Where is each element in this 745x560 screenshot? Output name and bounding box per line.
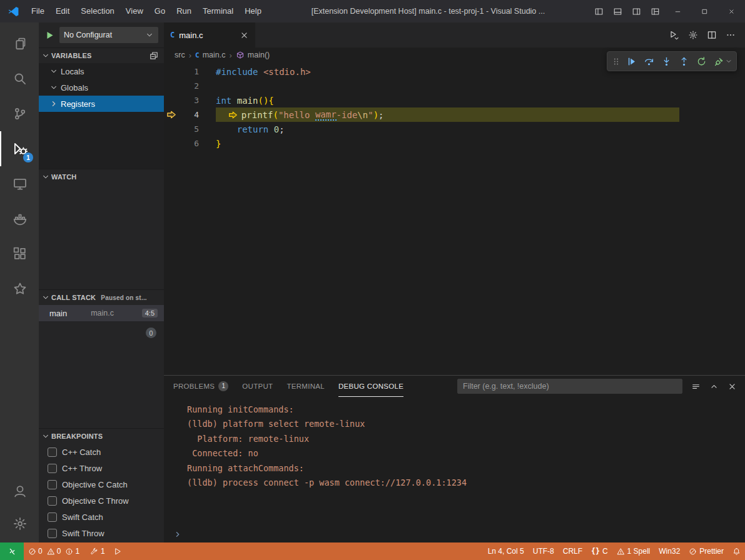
close-button[interactable] [718, 0, 745, 22]
code-text[interactable]: int main(){ [216, 93, 274, 108]
activity-explorer[interactable] [0, 26, 39, 61]
code-text[interactable]: #include <stdio.h> [216, 64, 311, 79]
customize-layout-button[interactable] [646, 1, 664, 21]
menu-selection[interactable]: Selection [75, 0, 119, 22]
toggle-sidebar-button[interactable] [589, 1, 608, 21]
disconnect-icon [714, 56, 724, 67]
breakpoint-row-c-throw[interactable]: C++ Throw [39, 460, 164, 476]
menu-go[interactable]: Go [149, 0, 171, 22]
code-text[interactable]: } [216, 136, 221, 151]
run-or-debug-button[interactable] [666, 27, 682, 43]
breakpoint-row-swift-catch[interactable]: Swift Catch [39, 509, 164, 525]
breakpoint-row-c-catch[interactable]: C++ Catch [39, 444, 164, 460]
watch-pane-header[interactable]: WATCH [39, 169, 164, 184]
toggle-panel-button[interactable] [608, 1, 627, 21]
code-text[interactable]: return 0; [216, 122, 285, 136]
breakpoint-checkbox[interactable] [48, 512, 57, 522]
call-stack-pane-header[interactable]: CALL STACK Paused on st... [39, 290, 164, 305]
chevron-down-icon [49, 67, 58, 76]
platform-status[interactable]: Win32 [654, 542, 684, 560]
maximize-button[interactable] [691, 0, 718, 22]
breakpoint-checkbox[interactable] [48, 480, 57, 489]
activity-search[interactable] [0, 61, 39, 96]
activity-settings[interactable] [0, 508, 39, 540]
panel-tab-output[interactable]: OUTPUT [242, 376, 273, 397]
breakpoint-row-objective-c-catch[interactable]: Objective C Catch [39, 476, 164, 492]
output-options-icon[interactable] [691, 382, 701, 391]
breakpoint-row-swift-throw[interactable]: Swift Throw [39, 525, 164, 541]
continue-button[interactable] [622, 52, 640, 70]
breakpoint-checkbox[interactable] [48, 529, 57, 538]
problems-status[interactable]: 0 0 1 [24, 542, 86, 560]
split-editor-button[interactable] [704, 27, 720, 43]
debug-console-input[interactable] [164, 526, 745, 542]
code-token: -ide [337, 110, 358, 120]
variables-pane-header[interactable]: VARIABLES [39, 48, 164, 63]
breakpoint-checkbox[interactable] [48, 496, 57, 506]
debug-config-dropdown[interactable]: No Configurat [59, 27, 158, 43]
variables-row-registers[interactable]: Registers [39, 96, 164, 112]
code-editor[interactable]: 1#include <stdio.h>23int main(){4 printf… [164, 62, 745, 375]
chevron-down-icon[interactable] [725, 58, 732, 65]
call-stack-list: mainmain.c4:50 [39, 305, 164, 428]
step-over-button[interactable] [640, 52, 657, 70]
gutter-breakpoint-area[interactable] [164, 109, 179, 120]
activity-docker[interactable] [0, 201, 39, 236]
activity-favorites[interactable] [0, 271, 39, 306]
variables-row-globals[interactable]: Globals [39, 79, 164, 96]
eol-status[interactable]: CRLF [559, 542, 587, 560]
activity-run-and-debug[interactable]: 1 [0, 131, 39, 166]
collapse-all-icon[interactable] [149, 51, 159, 61]
formatter-status[interactable]: Prettier [684, 542, 728, 560]
spell-checker-status[interactable]: 1 Spell [612, 542, 655, 560]
debug-launch-status[interactable] [109, 542, 126, 560]
toolchain-status[interactable]: 1 [86, 542, 109, 560]
drag-grip-icon[interactable] [612, 57, 621, 66]
toggle-secondary-sidebar-button[interactable] [627, 1, 646, 21]
breadcrumb-src[interactable]: src [175, 51, 185, 59]
breadcrumb-main-c[interactable]: Cmain.c [195, 51, 225, 59]
activity-accounts[interactable] [0, 475, 39, 508]
breakpoints-pane-header[interactable]: BREAKPOINTS [39, 429, 164, 444]
menu-view[interactable]: View [120, 0, 149, 22]
close-tab-icon[interactable] [240, 31, 249, 40]
code-token: <stdio.h> [263, 67, 311, 77]
breadcrumb-main[interactable]: main() [236, 51, 270, 59]
menu-terminal[interactable]: Terminal [197, 0, 239, 22]
encoding-status[interactable]: UTF-8 [529, 542, 559, 560]
panel-tab-debug-console[interactable]: DEBUG CONSOLE [338, 376, 403, 397]
breakpoint-row-objective-c-throw[interactable]: Objective C Throw [39, 492, 164, 509]
breakpoint-checkbox[interactable] [48, 448, 57, 457]
call-stack-frame[interactable]: mainmain.c4:5 [39, 305, 164, 321]
cursor-position[interactable]: Ln 4, Col 5 [484, 542, 529, 560]
breadcrumb-label: main() [248, 51, 270, 59]
step-into-button[interactable] [657, 52, 675, 70]
configure-button[interactable] [685, 27, 701, 43]
menu-run[interactable]: Run [171, 0, 197, 22]
variables-row-locals[interactable]: Locals [39, 63, 164, 79]
menu-edit[interactable]: Edit [50, 0, 75, 22]
menu-help[interactable]: Help [239, 0, 267, 22]
close-panel-icon[interactable] [727, 382, 737, 391]
notifications-status[interactable] [728, 542, 745, 560]
menu-file[interactable]: File [26, 0, 50, 22]
restart-button[interactable] [692, 52, 710, 70]
layout-panel-icon [613, 7, 622, 16]
remote-indicator[interactable] [0, 542, 24, 560]
activity-extensions[interactable] [0, 236, 39, 271]
console-filter-input[interactable] [457, 379, 682, 394]
minimize-button[interactable] [664, 0, 691, 22]
code-text[interactable]: printf("hello wamr-ide\n"); [216, 108, 679, 122]
activity-source-control[interactable] [0, 96, 39, 131]
panel-tab-terminal[interactable]: TERMINAL [286, 376, 325, 397]
step-out-button[interactable] [675, 52, 692, 70]
activity-remote-explorer[interactable] [0, 166, 39, 201]
panel-tab-problems[interactable]: PROBLEMS1 [173, 376, 228, 397]
tab-main-c[interactable]: C main.c [164, 22, 255, 48]
start-debugging-icon[interactable] [44, 30, 55, 41]
breakpoint-checkbox[interactable] [48, 464, 57, 473]
language-mode[interactable]: {} C [587, 542, 612, 560]
maximize-panel-icon[interactable] [709, 382, 719, 391]
more-actions-button[interactable] [722, 27, 739, 43]
docker-icon [13, 211, 28, 226]
